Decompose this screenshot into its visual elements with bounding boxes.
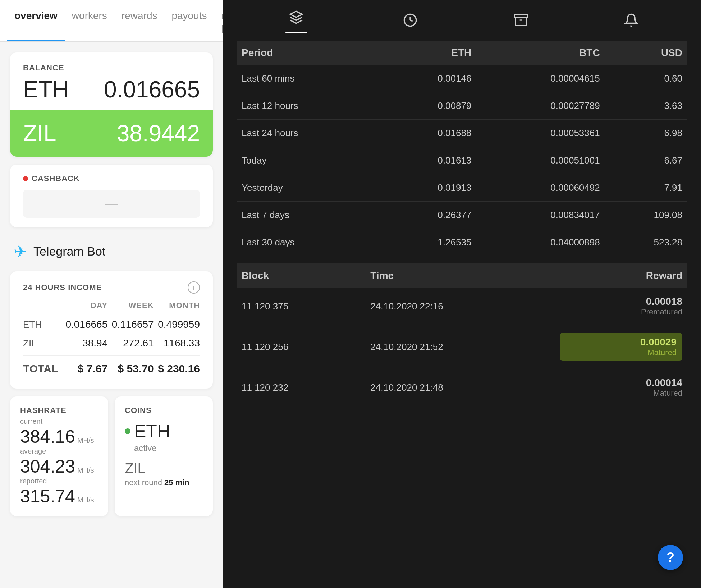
income-row-total: TOTAL $ 7.67 $ 53.70 $ 230.16 <box>23 356 200 378</box>
block-number: 11 120 375 <box>237 288 366 325</box>
right-header <box>223 0 701 33</box>
stats-period: Last 60 mins <box>237 65 382 92</box>
income-total-label: TOTAL <box>23 356 61 378</box>
income-eth-month: 0.499959 <box>154 315 200 334</box>
cashback-header: CASHBACK <box>23 174 200 183</box>
coins-eth-row: ETH <box>125 421 203 442</box>
svg-rect-4 <box>514 15 527 18</box>
stats-row: Last 30 days 1.26535 0.04000898 523.28 <box>237 229 687 256</box>
hashrate-current-unit: MH/s <box>77 436 94 445</box>
coins-label: COINS <box>125 406 203 415</box>
coins-zil-next: next round 25 min <box>125 478 203 487</box>
stats-period: Today <box>237 147 382 174</box>
stats-btc: 0.04000898 <box>476 229 604 256</box>
blocks-row: 11 120 232 24.10.2020 21:48 0.00014 Matu… <box>237 369 687 406</box>
tab-payouts[interactable]: payouts <box>164 0 214 41</box>
stats-eth: 0.01688 <box>382 120 476 147</box>
stats-row: Last 12 hours 0.00879 0.00027789 3.63 <box>237 92 687 120</box>
blocks-table: Block Time Reward 11 120 375 24.10.2020 … <box>237 263 687 406</box>
left-content: BALANCE ETH 0.016665 ZIL 38.9442 CASHBAC… <box>0 42 223 588</box>
cashback-value: — <box>23 190 200 218</box>
stats-col-btc: BTC <box>476 41 604 65</box>
income-col-month: MONTH <box>154 301 200 315</box>
left-panel: overview workers rewards payouts referra… <box>0 0 223 588</box>
archive-icon[interactable] <box>514 13 528 31</box>
stats-btc: 0.00004615 <box>476 65 604 92</box>
stats-usd: 3.63 <box>604 92 687 120</box>
stats-eth: 0.26377 <box>382 202 476 229</box>
cashback-card: CASHBACK — <box>10 165 213 227</box>
income-header: 24 HOURS INCOME i <box>23 281 200 294</box>
income-row-zil: ZIL 38.94 272.61 1168.33 <box>23 334 200 356</box>
stats-table-wrap: Period ETH BTC USD Last 60 mins 0.00146 … <box>223 33 701 256</box>
right-wrapper: Period ETH BTC USD Last 60 mins 0.00146 … <box>223 0 701 588</box>
coins-zil-time: 25 min <box>164 478 189 487</box>
coins-eth-active-dot <box>125 428 130 434</box>
block-time: 24.10.2020 21:52 <box>366 325 555 369</box>
balance-card: BALANCE ETH 0.016665 ZIL 38.9442 <box>10 52 213 157</box>
hashrate-rep-value: 315.74 MH/s <box>20 486 98 507</box>
stats-period: Yesterday <box>237 174 382 202</box>
income-total-day: $ 7.67 <box>61 356 107 378</box>
stats-row: Last 24 hours 0.01688 0.00053361 6.98 <box>237 120 687 147</box>
balance-eth-row: ETH 0.016665 <box>23 76 200 110</box>
blocks-row: 11 120 256 24.10.2020 21:52 0.00029 Matu… <box>237 325 687 369</box>
block-number: 11 120 232 <box>237 369 366 406</box>
stats-col-period: Period <box>237 41 382 65</box>
coins-card: COINS ETH active ZIL next round 25 min <box>115 396 213 516</box>
stats-col-eth: ETH <box>382 41 476 65</box>
stats-btc: 0.00060492 <box>476 174 604 202</box>
stats-usd: 6.98 <box>604 120 687 147</box>
tab-overview[interactable]: overview <box>7 0 65 41</box>
stats-period: Last 7 days <box>237 202 382 229</box>
stats-eth: 0.00879 <box>382 92 476 120</box>
timer-icon[interactable] <box>403 13 417 31</box>
stats-usd: 6.67 <box>604 147 687 174</box>
income-eth-week: 0.116657 <box>107 315 154 334</box>
stats-eth: 0.01613 <box>382 147 476 174</box>
blocks-col-block: Block <box>237 263 366 288</box>
income-zil-label: ZIL <box>23 334 61 356</box>
stats-eth: 1.26535 <box>382 229 476 256</box>
hashrate-card: HASHRATE current 384.16 MH/s average 304… <box>10 396 108 516</box>
income-card: 24 HOURS INCOME i DAY WEEK MONTH ETH 0.0… <box>10 271 213 389</box>
telegram-row[interactable]: ✈ Telegram Bot <box>10 235 213 268</box>
income-col-empty <box>23 301 61 315</box>
right-panel: Period ETH BTC USD Last 60 mins 0.00146 … <box>223 0 701 588</box>
help-button[interactable]: ? <box>658 545 683 570</box>
stats-eth: 0.00146 <box>382 65 476 92</box>
balance-zil-row: ZIL 38.9442 <box>10 110 213 157</box>
hashrate-rep-label: reported <box>20 477 98 485</box>
blocks-col-reward: Reward <box>555 263 687 288</box>
blocks-col-time: Time <box>366 263 555 288</box>
cashback-dot-icon <box>23 176 28 181</box>
layers-icon[interactable] <box>289 10 303 28</box>
income-row-eth: ETH 0.016665 0.116657 0.499959 <box>23 315 200 334</box>
stats-period: Last 30 days <box>237 229 382 256</box>
income-total-week: $ 53.70 <box>107 356 154 378</box>
bell-icon[interactable] <box>624 13 638 31</box>
income-col-day: DAY <box>61 301 107 315</box>
income-zil-month: 1168.33 <box>154 334 200 356</box>
income-zil-week: 272.61 <box>107 334 154 356</box>
stats-period: Last 24 hours <box>237 120 382 147</box>
svg-marker-0 <box>290 11 302 17</box>
nav-tabs: overview workers rewards payouts referra… <box>0 0 223 42</box>
stats-row: Last 60 mins 0.00146 0.00004615 0.60 <box>237 65 687 92</box>
tab-workers[interactable]: workers <box>65 0 114 41</box>
stats-btc: 0.00027789 <box>476 92 604 120</box>
hashrate-avg-label: average <box>20 447 98 455</box>
stats-btc: 0.00053361 <box>476 120 604 147</box>
income-total-month: $ 230.16 <box>154 356 200 378</box>
stats-period: Last 12 hours <box>237 92 382 120</box>
tab-rewards[interactable]: rewards <box>114 0 165 41</box>
stats-col-usd: USD <box>604 41 687 65</box>
bottom-row: HASHRATE current 384.16 MH/s average 304… <box>10 396 213 516</box>
telegram-icon: ✈ <box>14 242 27 261</box>
income-label: 24 HOURS INCOME <box>23 283 102 292</box>
block-time: 24.10.2020 22:16 <box>366 288 555 325</box>
stats-row: Today 0.01613 0.00051001 6.67 <box>237 147 687 174</box>
cashback-label: CASHBACK <box>32 174 80 183</box>
telegram-label: Telegram Bot <box>33 244 105 258</box>
info-icon[interactable]: i <box>188 281 200 294</box>
